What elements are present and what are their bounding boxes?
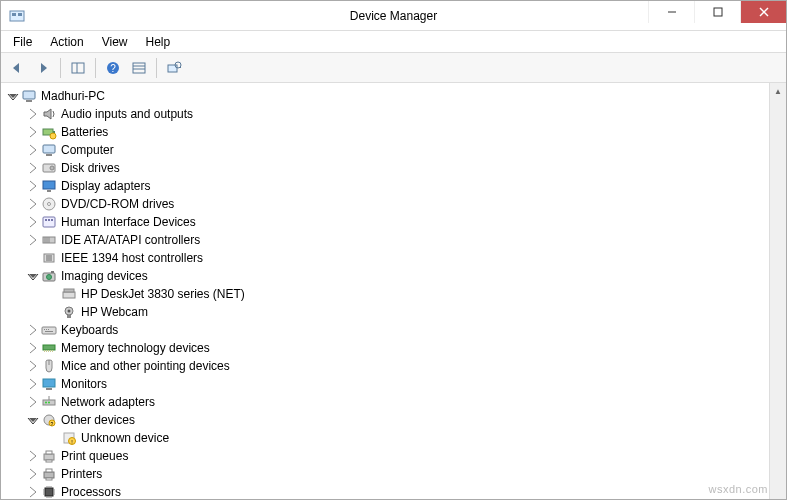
category-node[interactable]: Monitors <box>25 375 786 393</box>
svg-rect-7 <box>72 63 84 73</box>
minimize-button[interactable] <box>648 1 694 23</box>
tree-content[interactable]: Madhuri-PC Audio inputs and outputs Batt… <box>1 83 786 499</box>
expander-closed-icon[interactable] <box>27 486 39 498</box>
category-node[interactable]: Audio inputs and outputs <box>25 105 786 123</box>
expander-open-icon[interactable] <box>27 270 39 282</box>
category-label: Mice and other pointing devices <box>59 359 232 373</box>
device-label: HP DeskJet 3830 series (NET) <box>79 287 247 301</box>
svg-rect-11 <box>133 63 145 73</box>
root-label: Madhuri-PC <box>39 89 107 103</box>
scroll-up-arrow[interactable]: ▲ <box>770 83 786 100</box>
category-node[interactable]: Printers <box>25 465 786 483</box>
keyboard-icon <box>41 322 57 338</box>
toolbar-separator <box>156 58 157 78</box>
menu-help[interactable]: Help <box>138 33 179 51</box>
expander-none <box>27 252 39 264</box>
svg-rect-4 <box>714 8 722 16</box>
properties-button[interactable] <box>127 56 151 80</box>
category-node[interactable]: Network adapters <box>25 393 786 411</box>
expander-closed-icon[interactable] <box>27 234 39 246</box>
device-label: HP Webcam <box>79 305 150 319</box>
network-icon <box>41 394 57 410</box>
category-node[interactable]: Imaging devices <box>25 267 786 285</box>
category-label: Human Interface Devices <box>59 215 198 229</box>
toolbar: ? <box>1 53 786 83</box>
mouse-icon <box>41 358 57 374</box>
category-label: IDE ATA/ATAPI controllers <box>59 233 202 247</box>
show-hide-console-button[interactable] <box>66 56 90 80</box>
printqueue-icon <box>41 448 57 464</box>
expander-closed-icon[interactable] <box>27 378 39 390</box>
expander-closed-icon[interactable] <box>27 396 39 408</box>
expander-closed-icon[interactable] <box>27 198 39 210</box>
memory-icon <box>41 340 57 356</box>
expander-closed-icon[interactable] <box>27 360 39 372</box>
category-node[interactable]: Disk drives <box>25 159 786 177</box>
category-label: Disk drives <box>59 161 122 175</box>
hid-icon <box>41 214 57 230</box>
audio-icon <box>41 106 57 122</box>
ieee1394-icon <box>41 250 57 266</box>
toolbar-separator <box>95 58 96 78</box>
device-node[interactable]: Unknown device <box>45 429 786 447</box>
device-manager-window: Device Manager File Action View Help ? M… <box>0 0 787 500</box>
tree-root-node[interactable]: Madhuri-PC <box>5 87 786 105</box>
expander-closed-icon[interactable] <box>27 216 39 228</box>
expander-closed-icon[interactable] <box>27 342 39 354</box>
forward-button[interactable] <box>31 56 55 80</box>
category-node[interactable]: Other devices <box>25 411 786 429</box>
category-node[interactable]: IDE ATA/ATAPI controllers <box>25 231 786 249</box>
expander-closed-icon[interactable] <box>27 126 39 138</box>
back-button[interactable] <box>5 56 29 80</box>
other-icon <box>41 412 57 428</box>
category-label: Processors <box>59 485 123 499</box>
category-label: Print queues <box>59 449 130 463</box>
help-button[interactable]: ? <box>101 56 125 80</box>
expander-closed-icon[interactable] <box>27 144 39 156</box>
menu-action[interactable]: Action <box>42 33 91 51</box>
expander-closed-icon[interactable] <box>27 180 39 192</box>
category-label: Display adapters <box>59 179 152 193</box>
category-node[interactable]: Human Interface Devices <box>25 213 786 231</box>
category-node[interactable]: Mice and other pointing devices <box>25 357 786 375</box>
dvd-icon <box>41 196 57 212</box>
category-label: Keyboards <box>59 323 120 337</box>
device-node[interactable]: HP DeskJet 3830 series (NET) <box>45 285 786 303</box>
category-node[interactable]: Keyboards <box>25 321 786 339</box>
vertical-scrollbar[interactable]: ▲ <box>769 83 786 499</box>
svg-text:?: ? <box>110 63 116 74</box>
window-controls <box>648 1 786 30</box>
expander-open-icon[interactable] <box>7 90 19 102</box>
menu-file[interactable]: File <box>5 33 40 51</box>
expander-closed-icon[interactable] <box>27 162 39 174</box>
processor-icon <box>41 484 57 499</box>
category-label: Batteries <box>59 125 110 139</box>
webcam-icon <box>61 304 77 320</box>
expander-closed-icon[interactable] <box>27 324 39 336</box>
category-node[interactable]: DVD/CD-ROM drives <box>25 195 786 213</box>
expander-closed-icon[interactable] <box>27 108 39 120</box>
menubar: File Action View Help <box>1 31 786 53</box>
category-node[interactable]: Memory technology devices <box>25 339 786 357</box>
titlebar[interactable]: Device Manager <box>1 1 786 31</box>
scan-hardware-button[interactable] <box>162 56 186 80</box>
menu-view[interactable]: View <box>94 33 136 51</box>
expander-none <box>47 288 59 300</box>
category-node[interactable]: Display adapters <box>25 177 786 195</box>
category-node[interactable]: Processors <box>25 483 786 499</box>
maximize-button[interactable] <box>694 1 740 23</box>
category-node[interactable]: IEEE 1394 host controllers <box>25 249 786 267</box>
device-node[interactable]: HP Webcam <box>45 303 786 321</box>
category-label: Network adapters <box>59 395 157 409</box>
printer-icon <box>41 466 57 482</box>
category-label: Monitors <box>59 377 109 391</box>
category-node[interactable]: Computer <box>25 141 786 159</box>
close-button[interactable] <box>740 1 786 23</box>
category-node[interactable]: Print queues <box>25 447 786 465</box>
toolbar-separator <box>60 58 61 78</box>
expander-closed-icon[interactable] <box>27 468 39 480</box>
imaging-icon <box>41 268 57 284</box>
expander-open-icon[interactable] <box>27 414 39 426</box>
expander-closed-icon[interactable] <box>27 450 39 462</box>
category-node[interactable]: Batteries <box>25 123 786 141</box>
